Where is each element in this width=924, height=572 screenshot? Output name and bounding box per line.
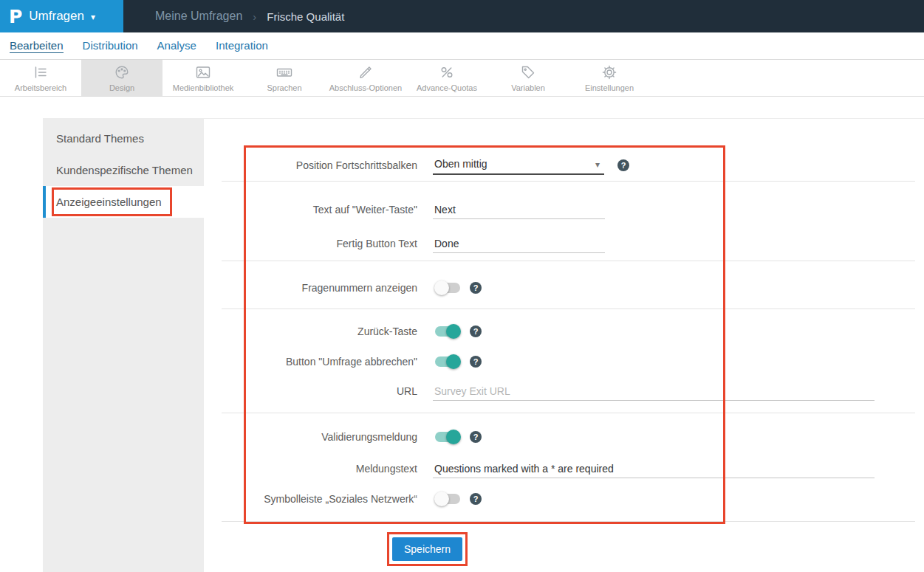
toolbar-item-advance-quotas[interactable]: Advance-Quotas	[406, 60, 487, 96]
social-toolbar-label: Symbolleiste „Soziales Netzwerk“	[204, 493, 433, 505]
image-icon	[194, 63, 212, 81]
next-button-text-label: Text auf "Weiter-Taste"	[204, 204, 433, 216]
breadcrumb: Meine Umfragen › Frische Qualität	[155, 10, 344, 23]
form-row: Zurück-Taste	[204, 323, 924, 340]
sidebar-item-standard-themes[interactable]: Standard Themes	[43, 123, 204, 154]
toolbar-item-abschluss-optionen[interactable]: Abschluss-Optionen	[325, 60, 406, 96]
app-menu[interactable]: P Umfragen	[0, 0, 123, 32]
message-text-input[interactable]	[433, 460, 875, 478]
divider	[222, 521, 915, 522]
message-text-label: Meldungstext	[204, 463, 433, 475]
toolbar-item-medienbibliothek[interactable]: Medienbibliothek	[162, 60, 244, 96]
keyboard-icon	[276, 63, 293, 81]
validation-message-label: Validierungsmeldung	[204, 431, 433, 443]
gear-icon	[600, 63, 618, 81]
tab-integration[interactable]: Integration	[206, 32, 278, 59]
social-toolbar-toggle[interactable]	[434, 492, 461, 506]
toolbar-item-sprachen[interactable]: Sprachen	[244, 60, 325, 96]
selected-value: Oben mittig	[434, 158, 487, 170]
done-button-text-label: Fertig Button Text	[204, 238, 433, 249]
cancel-button-label: Button "Umfrage abbrechen"	[204, 356, 433, 368]
done-button-text-input[interactable]	[433, 235, 605, 253]
toolbar-item-variablen[interactable]: Variablen	[487, 60, 569, 96]
form-group-validation: Validierungsmeldung Meldungstext Symboll…	[204, 413, 924, 521]
content-area: Standard Themes Kundenspezifische Themen…	[0, 118, 924, 572]
help-icon[interactable]	[470, 282, 482, 294]
next-button-text-input[interactable]	[433, 201, 605, 219]
form-row: Meldungstext	[204, 458, 924, 479]
topbar: P Umfragen Meine Umfragen › Frische Qual…	[0, 0, 924, 32]
chevron-down-icon	[595, 158, 600, 170]
tag-icon	[519, 63, 537, 81]
palette-icon	[113, 63, 131, 81]
form-group-button-texts: Text auf "Weiter-Taste" Fertig Button Te…	[204, 182, 924, 261]
breadcrumb-separator-icon: ›	[253, 10, 256, 23]
help-icon[interactable]	[470, 493, 482, 505]
help-icon[interactable]	[470, 325, 482, 337]
toolbar-item-design[interactable]: Design	[81, 60, 162, 96]
help-icon[interactable]	[617, 159, 629, 171]
annotation-rectangle: Speichern	[387, 532, 468, 566]
form-row: Fragenummern anzeigen	[204, 279, 924, 297]
exit-url-input[interactable]	[433, 382, 875, 401]
toolbar-item-arbeitsbereich[interactable]: Arbeitsbereich	[0, 60, 81, 96]
form-row: Text auf "Weiter-Taste"	[204, 199, 924, 220]
question-numbers-toggle[interactable]	[434, 280, 461, 295]
app-menu-label: Umfragen	[29, 9, 84, 24]
form-group-navigation: Zurück-Taste Button "Umfrage abbrechen" …	[204, 309, 924, 413]
cancel-button-toggle[interactable]	[434, 354, 461, 369]
back-button-label: Zurück-Taste	[204, 325, 433, 337]
exit-url-label: URL	[204, 385, 433, 397]
help-icon[interactable]	[470, 356, 482, 368]
sidebar-item-anzeigeeinstellungen[interactable]: Anzeigeeinstellungen	[43, 186, 204, 218]
tab-analyse[interactable]: Analyse	[148, 32, 206, 59]
breadcrumb-parent[interactable]: Meine Umfragen	[155, 10, 242, 23]
question-numbers-label: Fragenummern anzeigen	[204, 282, 433, 294]
form-row: Button "Umfrage abbrechen"	[204, 353, 924, 371]
back-button-toggle[interactable]	[434, 324, 461, 339]
chevron-down-icon	[91, 10, 95, 23]
design-sidebar: Standard Themes Kundenspezifische Themen…	[43, 118, 204, 572]
edit-toolbar: Arbeitsbereich Design Medienbibliothek S…	[0, 60, 924, 97]
form-row: URL	[204, 381, 924, 402]
sidebar-item-kundenspezifische-themen[interactable]: Kundenspezifische Themen	[43, 154, 204, 186]
form-row: Position Fortschrittsbalken Oben mittig	[204, 156, 924, 175]
breadcrumb-current: Frische Qualität	[267, 10, 344, 23]
quota-icon	[438, 63, 456, 81]
app-logo-icon: P	[9, 7, 22, 26]
validation-message-toggle[interactable]	[434, 430, 461, 444]
save-button[interactable]: Speichern	[392, 537, 462, 561]
main-tabs: Bearbeiten Distribution Analyse Integrat…	[0, 32, 924, 60]
form-row: Validierungsmeldung	[204, 428, 924, 446]
save-row: Speichern	[204, 532, 924, 566]
form-row: Symbolleiste „Soziales Netzwerk“	[204, 490, 924, 508]
form-group-progress: Position Fortschrittsbalken Oben mittig	[204, 119, 924, 181]
toolbar-item-einstellungen[interactable]: Einstellungen	[569, 60, 650, 96]
progress-position-label: Position Fortschrittsbalken	[204, 159, 433, 171]
form-group-question-numbers: Fragenummern anzeigen	[204, 261, 924, 309]
brush-icon	[357, 63, 374, 81]
form-row: Fertig Button Text	[204, 233, 924, 254]
tab-distribution[interactable]: Distribution	[73, 32, 148, 59]
page: P Umfragen Meine Umfragen › Frische Qual…	[0, 0, 924, 572]
left-gutter	[0, 118, 43, 572]
display-settings-panel: Position Fortschrittsbalken Oben mittig …	[204, 118, 924, 572]
help-icon[interactable]	[470, 431, 482, 443]
tab-bearbeiten[interactable]: Bearbeiten	[0, 32, 73, 59]
workspace-icon	[32, 63, 49, 81]
progress-position-select[interactable]: Oben mittig	[433, 156, 604, 175]
